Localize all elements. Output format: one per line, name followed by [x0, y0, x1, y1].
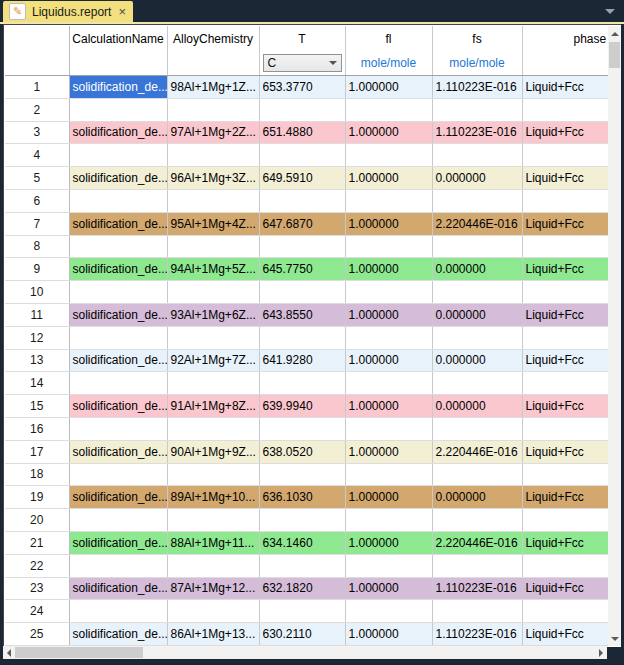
cell-fs[interactable]: 2.220446E-016: [432, 440, 522, 463]
cell-fs[interactable]: 0.000000: [432, 167, 522, 190]
cell-chem[interactable]: 86Al+1Mg+13...: [167, 623, 259, 646]
cell-fs[interactable]: [432, 98, 522, 121]
row-number[interactable]: 19: [5, 486, 69, 509]
cell-fl[interactable]: 1.000000: [345, 531, 432, 554]
cell-name[interactable]: [69, 463, 167, 486]
cell-chem[interactable]: 93Al+1Mg+6Z...: [167, 303, 259, 326]
cell-fl[interactable]: 1.000000: [345, 258, 432, 281]
cell-chem[interactable]: 98Al+1Mg+1Z...: [167, 76, 259, 99]
cell-chem[interactable]: [167, 189, 259, 212]
cell-fs[interactable]: [432, 509, 522, 532]
row-number[interactable]: 8: [5, 235, 69, 258]
cell-t[interactable]: 632.1820: [259, 577, 345, 600]
cell-t[interactable]: 649.5910: [259, 167, 345, 190]
cell-t[interactable]: 641.9280: [259, 349, 345, 372]
horizontal-scrollbar[interactable]: [3, 646, 607, 659]
cell-phase[interactable]: [522, 372, 608, 395]
cell-chem[interactable]: 91Al+1Mg+8Z...: [167, 395, 259, 418]
cell-t[interactable]: 636.1030: [259, 486, 345, 509]
cell-phase[interactable]: [522, 189, 608, 212]
cell-fl[interactable]: [345, 600, 432, 623]
cell-fl[interactable]: [345, 554, 432, 577]
cell-name[interactable]: solidification_de...: [69, 349, 167, 372]
cell-name[interactable]: [69, 509, 167, 532]
cell-name[interactable]: [69, 600, 167, 623]
cell-fs[interactable]: [432, 372, 522, 395]
cell-name[interactable]: solidification_de...: [69, 212, 167, 235]
cell-fl[interactable]: 1.000000: [345, 440, 432, 463]
cell-phase[interactable]: Liquid+Fcc: [522, 440, 608, 463]
cell-name[interactable]: [69, 372, 167, 395]
cell-name[interactable]: [69, 554, 167, 577]
cell-t[interactable]: [259, 463, 345, 486]
cell-fl[interactable]: [345, 189, 432, 212]
column-header-fs[interactable]: fs: [432, 26, 522, 51]
cell-fl[interactable]: [345, 98, 432, 121]
row-number[interactable]: 14: [5, 372, 69, 395]
cell-t[interactable]: [259, 189, 345, 212]
cell-name[interactable]: [69, 98, 167, 121]
cell-t[interactable]: [259, 509, 345, 532]
cell-t[interactable]: 653.3770: [259, 76, 345, 99]
cell-name[interactable]: [69, 189, 167, 212]
row-number[interactable]: 1: [5, 76, 69, 99]
row-number[interactable]: 18: [5, 463, 69, 486]
cell-chem[interactable]: 88Al+1Mg+11...: [167, 531, 259, 554]
cell-name[interactable]: [69, 235, 167, 258]
cell-chem[interactable]: 90Al+1Mg+9Z...: [167, 440, 259, 463]
cell-fl[interactable]: [345, 372, 432, 395]
cell-phase[interactable]: [522, 235, 608, 258]
row-number[interactable]: 6: [5, 189, 69, 212]
cell-fs[interactable]: 1.110223E-016: [432, 121, 522, 144]
cell-name[interactable]: solidification_de...: [69, 440, 167, 463]
vertical-scroll-thumb[interactable]: [609, 42, 620, 68]
cell-fs[interactable]: 0.000000: [432, 258, 522, 281]
cell-name[interactable]: solidification_de...: [69, 258, 167, 281]
horizontal-scroll-thumb[interactable]: [15, 647, 143, 658]
cell-chem[interactable]: 97Al+1Mg+2Z...: [167, 121, 259, 144]
cell-fl[interactable]: [345, 463, 432, 486]
cell-fl[interactable]: 1.000000: [345, 303, 432, 326]
cell-fs[interactable]: [432, 600, 522, 623]
cell-fl[interactable]: [345, 509, 432, 532]
cell-fl[interactable]: [345, 144, 432, 167]
cell-fl[interactable]: 1.000000: [345, 121, 432, 144]
cell-fs[interactable]: 0.000000: [432, 303, 522, 326]
row-number[interactable]: 15: [5, 395, 69, 418]
cell-chem[interactable]: [167, 144, 259, 167]
row-number[interactable]: 12: [5, 326, 69, 349]
cell-t[interactable]: 647.6870: [259, 212, 345, 235]
cell-t[interactable]: 639.9940: [259, 395, 345, 418]
cell-fs[interactable]: [432, 281, 522, 304]
cell-phase[interactable]: [522, 326, 608, 349]
row-number[interactable]: 10: [5, 281, 69, 304]
row-number[interactable]: 22: [5, 554, 69, 577]
cell-t[interactable]: [259, 144, 345, 167]
cell-name[interactable]: solidification_de...: [69, 486, 167, 509]
cell-fs[interactable]: 2.220446E-016: [432, 212, 522, 235]
cell-fl[interactable]: [345, 326, 432, 349]
cell-fl[interactable]: [345, 235, 432, 258]
cell-name[interactable]: [69, 417, 167, 440]
cell-fl[interactable]: 1.000000: [345, 167, 432, 190]
scroll-left-button[interactable]: [3, 646, 15, 659]
cell-fs[interactable]: 1.110223E-016: [432, 623, 522, 646]
scroll-right-button[interactable]: [595, 646, 607, 659]
cell-name[interactable]: solidification_de...: [69, 303, 167, 326]
cell-chem[interactable]: [167, 600, 259, 623]
cell-name[interactable]: [69, 144, 167, 167]
cell-phase[interactable]: [522, 463, 608, 486]
cell-phase[interactable]: [522, 509, 608, 532]
cell-phase[interactable]: Liquid+Fcc: [522, 212, 608, 235]
cell-chem[interactable]: 95Al+1Mg+4Z...: [167, 212, 259, 235]
cell-fs[interactable]: [432, 554, 522, 577]
cell-fs[interactable]: [432, 189, 522, 212]
cell-fl[interactable]: 1.000000: [345, 486, 432, 509]
cell-name[interactable]: solidification_de...: [69, 167, 167, 190]
column-header-calculation-name[interactable]: CalculationName: [69, 26, 167, 51]
cell-phase[interactable]: Liquid+Fcc: [522, 258, 608, 281]
cell-fl[interactable]: 1.000000: [345, 212, 432, 235]
row-number[interactable]: 16: [5, 417, 69, 440]
column-header-t[interactable]: T: [259, 26, 345, 51]
cell-phase[interactable]: [522, 600, 608, 623]
